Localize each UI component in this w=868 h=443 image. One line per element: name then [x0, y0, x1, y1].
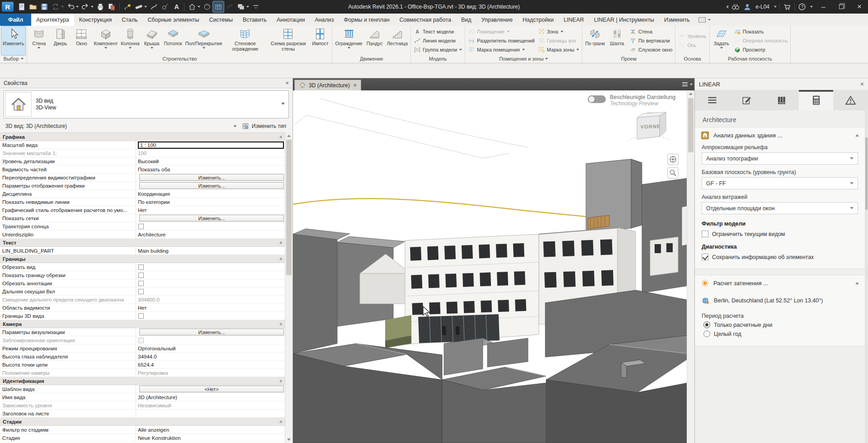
section-collapse-icon[interactable]: « [278, 420, 284, 423]
property-value[interactable]: По категории [136, 198, 285, 206]
ribbon-button-помещение[interactable]: Помещение [467, 28, 536, 36]
ribbon-button-показать[interactable]: Показать [732, 28, 789, 36]
document-icon[interactable] [16, 1, 27, 12]
dropdown-базовая-плоскость-уровень-грунта-[interactable]: GF - FF [702, 177, 858, 189]
property-value[interactable]: Показать оба [136, 165, 285, 173]
location-row[interactable]: Berlin, Deutschland (Lat 52.52° Lon 13.4… [702, 297, 858, 305]
type-selector-caret-icon[interactable] [281, 103, 285, 105]
radio-icon[interactable] [703, 330, 710, 337]
ribbon-tab-изменить[interactable]: Изменить [659, 14, 694, 26]
building-data-header[interactable]: Анализ данных здания ... [695, 127, 865, 143]
panel-label[interactable]: Помещения и зоны [465, 55, 582, 62]
section-collapse-icon[interactable]: « [278, 241, 284, 244]
ribbon-tab-надстройки[interactable]: Надстройки [518, 14, 559, 26]
ribbon-tab-формы-и-генплан[interactable]: Формы и генплан [339, 14, 395, 26]
view-list-icon[interactable] [682, 82, 688, 86]
ribbon-tab-вставить[interactable]: Вставить [238, 14, 272, 26]
scroll-down-icon[interactable] [287, 438, 291, 441]
edit-button[interactable]: Изменить... [139, 329, 284, 335]
checkbox-icon[interactable] [138, 313, 144, 319]
ribbon-tab-архитектура[interactable]: Архитектура [31, 14, 74, 26]
edit-button[interactable]: Изменить... [139, 182, 284, 189]
ribbon-display-toggle[interactable] [698, 14, 711, 26]
close-properties-icon[interactable]: × [285, 80, 289, 86]
ribbon-tab-сталь[interactable]: Сталь [117, 14, 142, 26]
ribbon-button-компонент[interactable]: Компонент [92, 26, 119, 55]
ribbon-button-лестница[interactable]: Лестница [386, 26, 409, 55]
checkbox-icon[interactable] [138, 224, 144, 229]
print-icon[interactable] [95, 1, 106, 12]
ribbon-tab-linear[interactable]: LINEAR [559, 14, 589, 26]
linear-tab-edit[interactable] [730, 90, 764, 110]
linear-tab-calculator[interactable] [799, 90, 834, 110]
thinlines-icon[interactable] [224, 1, 235, 12]
properties-scrollbar[interactable] [285, 132, 292, 443]
text-icon[interactable]: A [171, 1, 182, 12]
ribbon-button-задать[interactable]: Задать [711, 26, 732, 55]
ribbon-button-линия-модели[interactable]: Линия модели [412, 37, 463, 45]
keep-element-info-checkbox-row[interactable]: Сохранить информацию об элементах [702, 254, 858, 260]
radio-row[interactable]: Целый год [703, 330, 858, 337]
ribbon-button-зона[interactable]: Зона [537, 28, 581, 36]
radio-selected-icon[interactable] [703, 321, 710, 328]
close-button[interactable]: × [852, 0, 867, 14]
property-value[interactable]: Координация [136, 190, 285, 198]
ribbon-button-опорная-плоскость[interactable]: Опорная плоскость [732, 37, 789, 45]
ribbon-button-крыша[interactable]: Крыша [142, 26, 162, 55]
edit-type-button[interactable]: Изменить тип [239, 121, 289, 132]
ribbon-button-колонна[interactable]: Колонна [119, 26, 141, 55]
checkbox-unchecked-icon[interactable] [702, 231, 708, 237]
checkbox-checked-icon[interactable] [702, 254, 708, 260]
section-collapse-icon[interactable]: « [278, 322, 284, 325]
property-section-header[interactable]: Границы« [0, 255, 285, 263]
edit-button[interactable]: Изменить... [139, 174, 284, 181]
ribbon-button-пандус[interactable]: Пандус [364, 26, 385, 55]
ribbon-button-разделитель-помещений[interactable]: Разделитель помещений [467, 37, 536, 45]
ribbon-tab-аннотации[interactable]: Аннотации [272, 14, 310, 26]
user-avatar-icon[interactable] [743, 2, 752, 11]
ribbon-button-слуховое-окно[interactable]: Слуховое окно [628, 46, 674, 54]
linear-tab-warning[interactable] [833, 90, 868, 110]
ribbon-tab-анализ[interactable]: Анализ [310, 14, 339, 26]
checkbox-icon[interactable] [138, 281, 144, 286]
property-value[interactable]: 6524.4 [136, 361, 285, 368]
ribbon-tab-linear-инструменты[interactable]: LINEAR | Инструменты [589, 14, 659, 26]
measure-icon[interactable] [133, 1, 148, 12]
ribbon-button-окно[interactable]: Окно [71, 26, 92, 55]
search-icon[interactable] [731, 2, 740, 11]
property-value[interactable]: 34944.0 [136, 353, 285, 360]
qatmore-icon[interactable] [250, 1, 261, 12]
property-value[interactable]: Независимый [136, 401, 285, 409]
scrollbar-thumb[interactable] [286, 140, 292, 275]
revit-app-button[interactable]: R [2, 2, 14, 12]
property-value[interactable]: 100 [136, 149, 285, 157]
collapse-section-icon[interactable] [855, 282, 859, 284]
ribbon-button-стеновое-ограждение[interactable]: Стеновое ограждение [224, 26, 266, 55]
ribbon-tab-управление[interactable]: Управление [476, 14, 518, 26]
panel-label[interactable]: Выбор [0, 55, 27, 62]
property-value[interactable]: Main building [136, 247, 285, 254]
radio-row[interactable]: Только расчетные дни [703, 321, 858, 328]
section-collapse-icon[interactable]: « [278, 135, 284, 138]
ribbon-tab-конструкция[interactable]: Конструкция [74, 14, 117, 26]
dropdown-анализ-витражей[interactable]: Отдельные площади окон [702, 202, 858, 214]
minimize-button[interactable]: ─ [816, 0, 831, 14]
steering-wheel-button[interactable] [667, 154, 679, 165]
collapse-section-icon[interactable] [855, 134, 859, 137]
close-linear-icon[interactable]: × [860, 80, 864, 88]
ribbon-button-шахта[interactable]: Шахта [607, 26, 627, 55]
property-section-header[interactable]: Текст« [0, 239, 285, 247]
property-value[interactable]: Alle anzeigen [136, 426, 285, 434]
undo-icon[interactable] [65, 1, 80, 12]
ribbon-button-по-грани[interactable]: По грани [584, 26, 606, 55]
view-cube[interactable]: VORNE [624, 108, 675, 146]
property-section-header[interactable]: Графика« [0, 133, 285, 141]
collapse-arrow-icon[interactable] [726, 5, 728, 9]
sectionbox-icon[interactable] [213, 1, 224, 12]
dimension-icon[interactable] [122, 1, 133, 12]
property-value[interactable]: 3D (Architecture) [136, 393, 285, 401]
folder-icon[interactable] [28, 1, 38, 12]
close-view-icon[interactable]: × [354, 82, 357, 89]
linear-tab-library[interactable] [764, 90, 799, 110]
ribbon-tab-совместная-работа[interactable]: Совместная работа [395, 14, 456, 26]
